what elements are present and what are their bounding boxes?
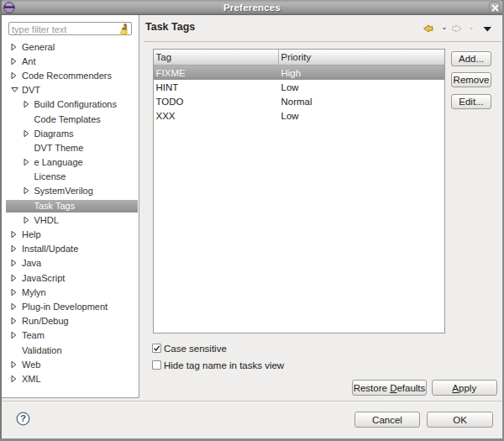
svg-text:?: ? [20,413,26,423]
